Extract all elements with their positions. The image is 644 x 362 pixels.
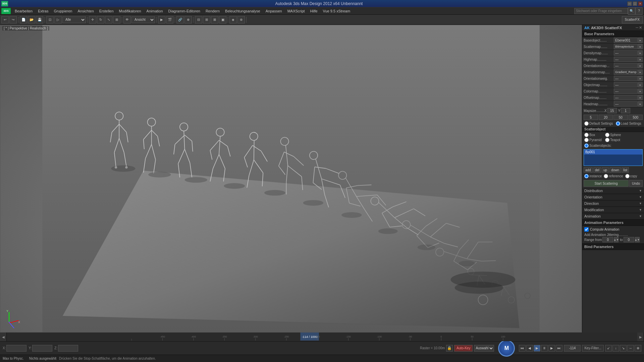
reference-radio[interactable] [604, 174, 608, 178]
prev-frame-btn[interactable]: ◀ [526, 345, 533, 352]
baseobject-btn[interactable]: ▸ [638, 38, 643, 43]
colormap-btn[interactable]: ▸ [638, 88, 643, 94]
maximize-button[interactable]: □ [633, 1, 637, 6]
objectmap-value[interactable]: --- [614, 82, 638, 87]
y-coord-input[interactable] [32, 345, 52, 352]
z-coord-input[interactable] [58, 345, 78, 352]
x-coord-input[interactable] [6, 345, 26, 352]
range-from-input[interactable] [602, 237, 613, 242]
up-scatter-btn[interactable]: up [602, 167, 609, 173]
panel-minimize-btn[interactable]: ─ [636, 25, 638, 30]
del-scatter-btn[interactable]: del [593, 167, 601, 173]
mapsize-y-input[interactable] [621, 108, 630, 113]
viewport[interactable]: X Y [ * | Perspektive | Realistisch ] [0, 25, 582, 333]
auswahl-select[interactable]: Auswahl [474, 345, 494, 352]
teapot-radio-label[interactable]: Teapot [605, 138, 625, 142]
timeline-prev-btn[interactable]: ◀ [0, 333, 7, 341]
headmap-value[interactable]: --- [614, 101, 638, 107]
teapot-radio[interactable] [605, 138, 609, 142]
key-filter-btn[interactable]: Key-Filter... [582, 345, 604, 352]
save-btn[interactable]: 💾 [36, 16, 43, 23]
start-scattering-btn[interactable]: Start Scattering [584, 180, 629, 187]
highmap-value[interactable]: --- [614, 57, 638, 62]
range-to-input[interactable] [624, 237, 634, 242]
go-end-btn[interactable]: ⏭ [556, 345, 562, 352]
list-scatter-btn[interactable]: list [622, 167, 629, 173]
default-settings-radio-label[interactable]: Default Settings [584, 121, 613, 126]
pyramid-radio-label[interactable]: Pyramid [584, 138, 604, 142]
group-btn[interactable]: ▣ [219, 16, 226, 23]
rotate-btn[interactable]: ↻ [97, 16, 104, 23]
nav-5-btn[interactable]: ⊕ [635, 345, 641, 352]
render-preview-btn[interactable]: ▶ [158, 16, 165, 23]
view-dropdown[interactable]: Ansicht [131, 16, 155, 23]
menu-maxscript[interactable]: MAXScript [285, 8, 308, 14]
animation-header[interactable]: Animation ▼ [582, 213, 644, 220]
menu-erstellen[interactable]: Erstellen [97, 8, 116, 14]
preset-5-btn[interactable]: 5 [584, 115, 598, 120]
autokey-btn[interactable]: Auto-Key [454, 345, 473, 352]
highmap-btn[interactable]: ▸ [638, 57, 643, 62]
reference-radio-label[interactable]: reference [604, 174, 623, 178]
undo-scatter-btn[interactable]: Undo [629, 180, 643, 187]
scatterfx-toolbar-button[interactable]: ScatterFX [622, 16, 643, 23]
direction-header[interactable]: Direction ▼ [582, 200, 644, 207]
range-from-spinner[interactable]: ▲▼ [614, 237, 619, 242]
timeline-slider[interactable]: -114 / 1000 -450 -400 -350 -300 -250 -20… [7, 333, 637, 341]
material-btn[interactable]: ◈ [229, 16, 237, 23]
menu-gruppieren[interactable]: Gruppieren [51, 8, 75, 14]
compute-animation-label[interactable]: Compute Animation [584, 227, 619, 232]
open-btn[interactable]: 📂 [28, 16, 35, 23]
array-btn[interactable]: ⊠ [211, 16, 218, 23]
scale-btn[interactable]: ⤡ [105, 16, 112, 23]
zoom-region-btn[interactable]: ⊞ [113, 16, 120, 23]
objectmap-btn[interactable]: ▸ [638, 82, 643, 87]
menu-animation[interactable]: Animation [144, 8, 166, 14]
go-start-btn[interactable]: ⏮ [519, 345, 526, 352]
redo-btn[interactable]: ↪ [9, 16, 17, 23]
box-radio-label[interactable]: Box [584, 133, 604, 137]
distribution-header[interactable]: Distribution ▼ [582, 188, 644, 194]
preset-20-btn[interactable]: 20 [599, 115, 613, 120]
animationmap-btn[interactable]: ▸ [638, 69, 643, 75]
down-scatter-btn[interactable]: down [609, 167, 621, 173]
undo-btn[interactable]: ↩ [1, 16, 9, 23]
search-icon[interactable]: 🔍 [628, 7, 635, 15]
sphere-radio[interactable] [605, 133, 609, 137]
menu-bearbeiten[interactable]: Bearbeiten [12, 8, 35, 14]
frame-input[interactable] [564, 345, 581, 352]
compute-animation-checkbox[interactable] [584, 227, 589, 232]
select-all-btn[interactable]: ⊡ [46, 16, 54, 23]
headmap-btn[interactable]: ▸ [638, 101, 643, 107]
move-btn[interactable]: ✛ [89, 16, 96, 23]
copy-radio-label[interactable]: copy [625, 174, 637, 178]
offsetmap-value[interactable]: --- [614, 95, 638, 100]
scatter-list-item-bp001[interactable]: Bp001 [584, 149, 642, 155]
render-scene-btn[interactable]: ⊛ [237, 16, 245, 23]
instance-radio-label[interactable]: instance [584, 174, 602, 178]
orientation-header[interactable]: Orientation ▼ [582, 194, 644, 200]
nav-1-btn[interactable]: ↙ [605, 345, 612, 352]
snapping-btn[interactable]: 🔗 [176, 16, 184, 23]
densitymap-value[interactable]: --- [614, 50, 638, 56]
scattermap-value[interactable]: Bitmaptexture [614, 44, 638, 49]
mirror-btn[interactable]: ⊞ [203, 16, 210, 23]
orientationweig-btn[interactable]: ▸ [638, 76, 643, 81]
align-btn[interactable]: ⊟ [195, 16, 202, 23]
nav-4-btn[interactable]: ↔ [627, 345, 634, 352]
scattermap-btn[interactable]: ▸ [638, 44, 643, 49]
timeline-next-btn[interactable]: ▶ [637, 333, 644, 341]
help-btn[interactable]: ? [635, 7, 643, 15]
preset-500-btn[interactable]: 500 [629, 115, 643, 120]
orientationmap-btn[interactable]: ▸ [638, 63, 643, 68]
minimize-button[interactable]: ─ [627, 1, 632, 6]
close-button[interactable]: ✕ [638, 1, 643, 6]
new-btn[interactable]: 📄 [20, 16, 27, 23]
load-settings-radio-label[interactable]: Load Settings [616, 121, 641, 126]
modification-header[interactable]: Modification ▼ [582, 207, 644, 213]
menu-extras[interactable]: Extras [35, 8, 51, 14]
render-btn[interactable]: 🎬 [166, 16, 173, 23]
next-frame-btn[interactable]: ▶ [548, 345, 555, 352]
offsetmap-btn[interactable]: ▸ [638, 95, 643, 100]
pyramid-radio[interactable] [584, 138, 589, 142]
